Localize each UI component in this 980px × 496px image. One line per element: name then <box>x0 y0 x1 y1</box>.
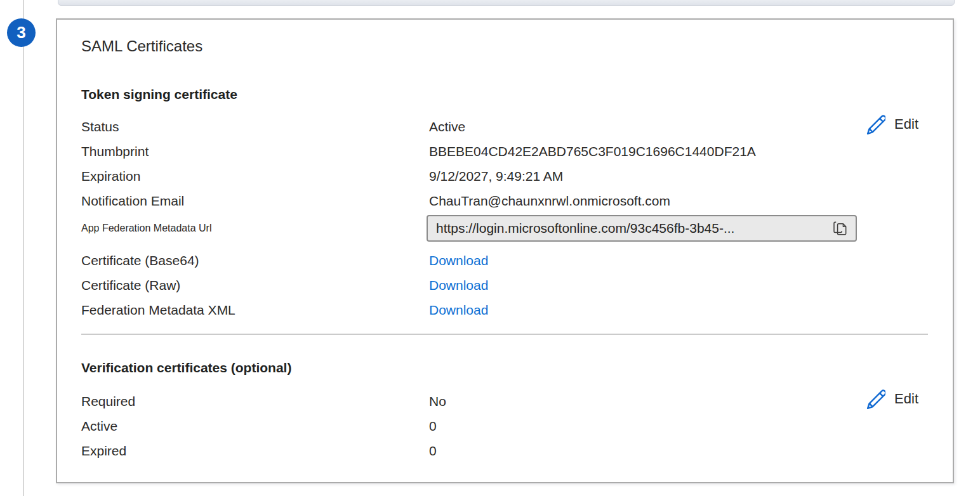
certificate-download-rows: Certificate (Base64) Download Certificat… <box>81 248 928 322</box>
expiration-label: Expiration <box>81 168 429 185</box>
certificate-base64-label: Certificate (Base64) <box>81 252 429 269</box>
step-number: 3 <box>17 23 25 42</box>
pencil-icon <box>864 387 885 411</box>
federation-metadata-xml-row: Federation Metadata XML Download <box>81 297 928 322</box>
expired-count-value: 0 <box>429 443 928 459</box>
thumbprint-label: Thumbprint <box>81 143 429 160</box>
certificate-base64-row: Certificate (Base64) Download <box>81 248 928 273</box>
expired-count-label: Expired <box>81 443 429 459</box>
certificate-base64-download-link[interactable]: Download <box>429 253 488 268</box>
certificate-raw-download-link[interactable]: Download <box>429 278 488 292</box>
active-count-value: 0 <box>429 418 928 434</box>
card-title: SAML Certificates <box>81 37 928 56</box>
edit-button-label: Edit <box>894 391 918 407</box>
pencil-icon <box>864 112 885 136</box>
active-count-row: Active 0 <box>81 414 928 438</box>
token-signing-rows: Status Active Thumbprint BBEBE04CD42E2AB… <box>81 114 928 243</box>
saml-certificates-card: SAML Certificates Token signing certific… <box>56 18 954 483</box>
expired-count-row: Expired 0 <box>81 438 928 463</box>
verification-rows: Required No Active 0 Expired 0 <box>81 389 928 463</box>
copy-icon <box>831 230 847 239</box>
required-value: No <box>429 393 928 410</box>
token-signing-heading: Token signing certificate <box>81 86 928 103</box>
federation-metadata-xml-label: Federation Metadata XML <box>81 302 429 318</box>
edit-verification-certificates-button[interactable]: Edit <box>864 387 918 411</box>
verification-certificates-heading: Verification certificates (optional) <box>81 359 928 377</box>
expiration-row: Expiration 9/12/2027, 9:49:21 AM <box>81 164 928 188</box>
federation-metadata-xml-download-link[interactable]: Download <box>429 303 488 317</box>
notification-email-label: Notification Email <box>81 193 429 209</box>
status-value: Active <box>429 119 928 135</box>
edit-token-signing-button[interactable]: Edit <box>864 112 918 136</box>
thumbprint-row: Thumbprint BBEBE04CD42E2ABD765C3F019C169… <box>81 139 928 164</box>
step-badge: 3 <box>7 18 36 47</box>
certificate-raw-label: Certificate (Raw) <box>81 277 429 294</box>
required-label: Required <box>81 393 429 410</box>
app-federation-metadata-url-value: https://login.microsoftonline.com/93c456… <box>436 221 734 236</box>
app-federation-metadata-url-field[interactable]: https://login.microsoftonline.com/93c456… <box>427 215 857 242</box>
status-row: Status Active <box>81 114 928 139</box>
app-federation-metadata-url-label: App Federation Metadata Url <box>81 223 429 234</box>
page: 3 SAML Certificates Token signing certif… <box>0 0 980 496</box>
edit-button-label: Edit <box>894 116 918 133</box>
step-connector-line <box>23 0 24 496</box>
section-divider <box>81 334 928 335</box>
expiration-value: 9/12/2027, 9:49:21 AM <box>429 168 928 185</box>
app-federation-metadata-url-row: App Federation Metadata Url https://logi… <box>81 213 928 243</box>
status-label: Status <box>81 119 429 135</box>
notification-email-value: ChauTran@chaunxnrwl.onmicrosoft.com <box>429 193 928 209</box>
required-row: Required No <box>81 389 928 414</box>
certificate-raw-row: Certificate (Raw) Download <box>81 273 928 297</box>
previous-card-bottom-edge <box>58 0 955 6</box>
notification-email-row: Notification Email ChauTran@chaunxnrwl.o… <box>81 188 928 213</box>
copy-url-button[interactable] <box>830 218 848 238</box>
thumbprint-value: BBEBE04CD42E2ABD765C3F019C1696C1440DF21A <box>429 143 928 160</box>
active-count-label: Active <box>81 418 429 434</box>
